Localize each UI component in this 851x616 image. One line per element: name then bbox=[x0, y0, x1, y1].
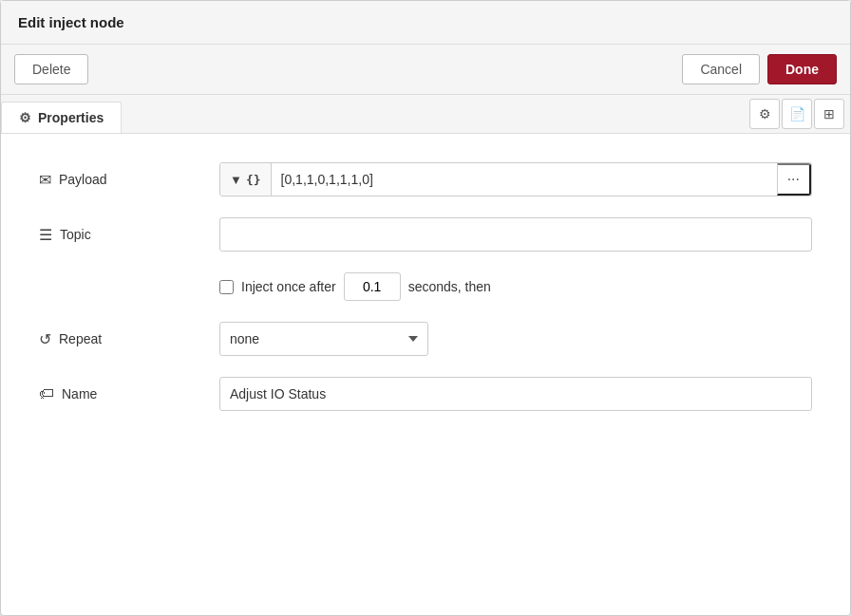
payload-label-text: Payload bbox=[59, 172, 107, 187]
inject-once-row: Inject once after seconds, then bbox=[39, 272, 812, 301]
layout-icon: ⊞ bbox=[823, 106, 835, 121]
modal-toolbar: Delete Cancel Done bbox=[1, 45, 850, 95]
toolbar-right-group: Cancel Done bbox=[682, 54, 837, 84]
tag-icon: 🏷 bbox=[39, 385, 54, 402]
payload-input-group: ▼ {} ··· bbox=[219, 162, 812, 196]
payload-type-button[interactable]: ▼ {} bbox=[220, 163, 272, 196]
modal-body: ✉ Payload ▼ {} ··· ☰ Topic bbox=[1, 134, 850, 460]
settings-icon: ⚙ bbox=[759, 106, 771, 121]
inject-once-checkbox[interactable] bbox=[219, 280, 234, 294]
name-input[interactable] bbox=[219, 377, 812, 411]
delete-button[interactable]: Delete bbox=[14, 54, 88, 84]
inject-once-label-before: Inject once after bbox=[241, 279, 336, 294]
topic-icon: ☰ bbox=[39, 226, 52, 244]
payload-value-input[interactable] bbox=[272, 172, 777, 187]
topic-input[interactable] bbox=[219, 217, 812, 252]
name-label: 🏷 Name bbox=[39, 385, 219, 402]
name-control-wrap bbox=[219, 377, 812, 411]
repeat-label: ↺ Repeat bbox=[39, 330, 219, 348]
tab-settings-icon-btn[interactable]: ⚙ bbox=[749, 99, 780, 129]
tab-properties-label: Properties bbox=[38, 110, 104, 125]
edit-inject-node-modal: Edit inject node Delete Cancel Done ⚙ Pr… bbox=[0, 0, 851, 616]
repeat-icon: ↺ bbox=[39, 330, 51, 348]
chevron-down-icon: ▼ bbox=[230, 173, 242, 187]
topic-control-wrap bbox=[219, 217, 812, 252]
topic-row: ☰ Topic bbox=[39, 217, 812, 252]
name-row: 🏷 Name bbox=[39, 377, 812, 411]
topic-label-text: Topic bbox=[60, 227, 91, 242]
repeat-label-text: Repeat bbox=[59, 331, 102, 346]
payload-control-wrap: ▼ {} ··· bbox=[219, 162, 812, 196]
envelope-icon: ✉ bbox=[39, 171, 51, 189]
tab-properties[interactable]: ⚙ Properties bbox=[1, 102, 122, 133]
topic-label: ☰ Topic bbox=[39, 226, 219, 244]
inject-once-label-after: seconds, then bbox=[408, 279, 491, 294]
tab-icon-buttons: ⚙ 📄 ⊞ bbox=[744, 95, 850, 133]
repeat-row: ↺ Repeat none interval interval between … bbox=[39, 322, 812, 356]
cancel-button[interactable]: Cancel bbox=[682, 54, 760, 84]
payload-more-button[interactable]: ··· bbox=[777, 163, 811, 196]
gear-icon: ⚙ bbox=[19, 110, 31, 125]
tab-layout-icon-btn[interactable]: ⊞ bbox=[814, 99, 844, 129]
name-label-text: Name bbox=[62, 386, 97, 401]
tab-bar: ⚙ Properties ⚙ 📄 ⊞ bbox=[1, 95, 850, 134]
payload-type-label: {} bbox=[246, 173, 261, 187]
tab-description-icon-btn[interactable]: 📄 bbox=[782, 99, 812, 129]
modal-header: Edit inject node bbox=[1, 1, 850, 45]
payload-label: ✉ Payload bbox=[39, 171, 219, 189]
description-icon: 📄 bbox=[789, 106, 805, 121]
payload-row: ✉ Payload ▼ {} ··· bbox=[39, 162, 812, 196]
repeat-control-wrap: none interval interval between times at … bbox=[219, 322, 812, 356]
repeat-select[interactable]: none interval interval between times at … bbox=[219, 322, 428, 356]
done-button[interactable]: Done bbox=[767, 54, 837, 84]
seconds-input[interactable] bbox=[344, 272, 401, 301]
modal-title: Edit inject node bbox=[18, 14, 124, 30]
